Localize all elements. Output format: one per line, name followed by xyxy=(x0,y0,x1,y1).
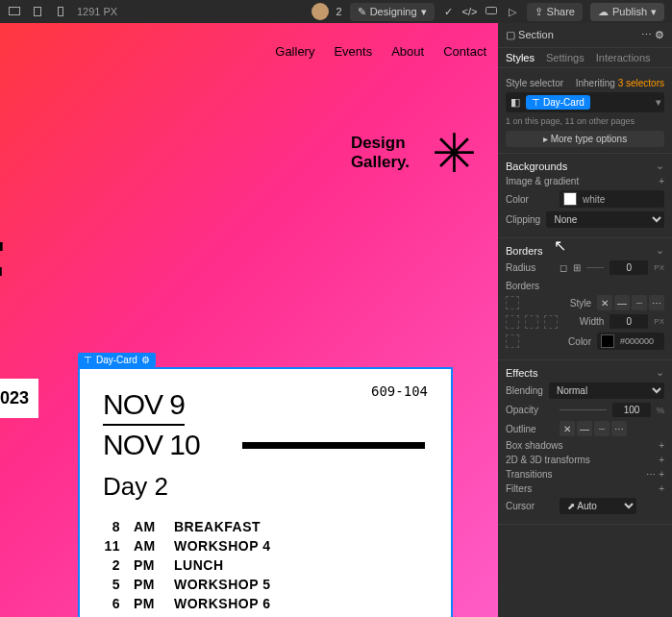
style-panel: ▢ Section ⋯ ⚙ Styles Settings Interactio… xyxy=(498,23,672,617)
cursor-label: Cursor xyxy=(506,501,554,511)
panel-tabs: Styles Settings Interactions xyxy=(498,48,672,68)
clipping-label: Clipping xyxy=(506,214,540,225)
avatar[interactable] xyxy=(311,3,329,20)
publish-button[interactable]: ☁ Publish ▾ xyxy=(590,3,664,21)
chevron-down-icon[interactable]: ⌄ xyxy=(656,160,664,172)
schedule-row: 8AMBREAKFAST xyxy=(103,519,428,534)
more-type-options[interactable]: ▸ More type options xyxy=(506,131,664,147)
star-icon: ✳︎ xyxy=(432,127,477,181)
logo-text: Design Gallery. xyxy=(351,134,410,173)
radius-mode-icon[interactable]: ◻ xyxy=(560,262,567,273)
gear-icon[interactable]: ⚙ xyxy=(655,29,664,40)
box-shadows-label: Box shadows xyxy=(506,440,562,451)
site-nav: Gallery Events About Contact xyxy=(275,44,486,59)
borders-title: Borders xyxy=(506,245,543,257)
add-shadow-icon[interactable]: + xyxy=(659,440,664,451)
code-icon[interactable]: </> xyxy=(463,5,477,18)
nav-contact[interactable]: Contact xyxy=(443,44,486,59)
brush-icon[interactable]: ◧ xyxy=(509,96,522,110)
check-icon[interactable]: ✓ xyxy=(442,5,456,18)
inherit-count[interactable]: 3 selectors xyxy=(618,78,664,88)
prev-card[interactable]: 2023 xyxy=(0,379,38,418)
selector-input[interactable]: ◧ ⊤ Day-Card ▾ xyxy=(506,92,664,112)
add-transition-icon[interactable]: + xyxy=(659,469,664,480)
color-swatch[interactable] xyxy=(563,192,577,206)
border-none[interactable]: ✕ xyxy=(597,295,612,310)
comment-icon[interactable] xyxy=(485,5,498,18)
border-side-bottom[interactable] xyxy=(506,334,519,348)
svg-rect-1 xyxy=(35,8,41,16)
style-selector-label: Style selector xyxy=(506,78,563,88)
day-card[interactable]: 609-104 NOV 9 NOV 10 Day 2 8AMBREAKFAST … xyxy=(78,367,453,617)
outline-dashed[interactable]: ┈ xyxy=(594,421,610,436)
nav-gallery[interactable]: Gallery xyxy=(275,44,314,59)
border-side-right[interactable] xyxy=(544,315,558,329)
canvas[interactable]: Gallery Events About Contact Design Gall… xyxy=(0,23,498,617)
transforms-label: 2D & 3D transforms xyxy=(506,455,590,465)
outline-dotted[interactable]: ⋯ xyxy=(611,421,627,436)
cursor-select[interactable]: ⬈ Auto xyxy=(560,498,636,514)
tablet-icon[interactable] xyxy=(31,5,44,18)
image-gradient-label: Image & gradient xyxy=(506,176,579,186)
border-side-left[interactable] xyxy=(506,315,519,329)
schedule: 8AMBREAKFAST 11AMWORKSHOP 4 2PMLUNCH 5PM… xyxy=(103,519,428,611)
radius-label: Radius xyxy=(506,262,554,273)
more-icon[interactable]: ⋯ xyxy=(646,469,656,480)
chevron-down-icon[interactable]: ▾ xyxy=(656,96,661,109)
topbar: 1291 PX 2 ✎ Designing ▾ ✓ </> ▷ ⇪ Share … xyxy=(0,0,672,23)
add-bg-icon[interactable]: + xyxy=(659,176,664,186)
bg-color-input[interactable]: white xyxy=(560,190,664,208)
mobile-icon[interactable] xyxy=(54,5,67,18)
outline-label: Outline xyxy=(506,424,554,434)
border-dashed[interactable]: ┈ xyxy=(632,295,647,310)
border-all[interactable] xyxy=(525,315,538,329)
card-bar xyxy=(242,442,425,449)
add-filter-icon[interactable]: + xyxy=(659,483,664,494)
selection-tag[interactable]: ⊤ Day-Card ⚙ xyxy=(78,353,156,367)
avatar-count: 2 xyxy=(336,6,342,17)
blending-select[interactable]: Normal xyxy=(549,383,664,399)
border-side-top[interactable] xyxy=(506,296,519,309)
clipping-select[interactable]: None xyxy=(546,211,664,228)
date-end: NOV 10 xyxy=(103,429,200,460)
selector-chip: ⊤ Day-Card xyxy=(526,95,590,110)
radius-corners-icon[interactable]: ⊞ xyxy=(573,262,581,273)
opacity-label: Opacity xyxy=(506,405,554,415)
schedule-row: 5PMWORKSHOP 5 xyxy=(103,577,428,592)
chevron-down-icon[interactable]: ⌄ xyxy=(656,366,664,379)
borders-sublabel: Borders xyxy=(506,281,539,291)
tab-interactions[interactable]: Interactions xyxy=(596,52,651,63)
mode-button[interactable]: ✎ Designing ▾ xyxy=(350,3,435,21)
color-swatch[interactable] xyxy=(601,334,614,348)
share-button[interactable]: ⇪ Share xyxy=(527,3,583,21)
desktop-icon[interactable] xyxy=(8,5,21,18)
card-number: 609-104 xyxy=(371,383,428,399)
canvas-width[interactable]: 1291 PX xyxy=(77,6,117,17)
border-dotted[interactable]: ⋯ xyxy=(649,295,664,310)
backgrounds-title: Backgrounds xyxy=(506,160,567,172)
border-width-input[interactable] xyxy=(610,314,648,329)
border-color-input[interactable]: #000000 xyxy=(597,333,664,350)
play-icon[interactable]: ▷ xyxy=(506,5,519,18)
nav-events[interactable]: Events xyxy=(334,44,372,59)
add-transform-icon[interactable]: + xyxy=(659,455,664,465)
schedule-row: 2PMLUNCH xyxy=(103,557,428,573)
panel-element-name: Section xyxy=(518,29,554,40)
date-start: NOV 9 xyxy=(103,388,185,426)
tab-styles[interactable]: Styles xyxy=(506,52,535,63)
svg-rect-2 xyxy=(59,8,63,16)
radius-input[interactable] xyxy=(610,260,648,275)
more-icon[interactable]: ⋯ xyxy=(641,29,652,40)
nav-about[interactable]: About xyxy=(391,44,424,59)
chevron-down-icon[interactable]: ⌄ xyxy=(656,244,664,257)
selector-usage: 1 on this page, 11 on other pages xyxy=(506,116,664,126)
filters-label: Filters xyxy=(506,483,532,494)
opacity-input[interactable] xyxy=(612,403,651,417)
outline-solid[interactable]: ― xyxy=(577,421,592,436)
tab-settings[interactable]: Settings xyxy=(546,52,585,63)
blending-label: Blending xyxy=(506,385,543,396)
svg-rect-0 xyxy=(10,8,20,15)
hero-text-2: + CONF xyxy=(0,225,4,313)
border-solid[interactable]: ― xyxy=(614,295,630,310)
outline-none[interactable]: ✕ xyxy=(560,421,575,436)
